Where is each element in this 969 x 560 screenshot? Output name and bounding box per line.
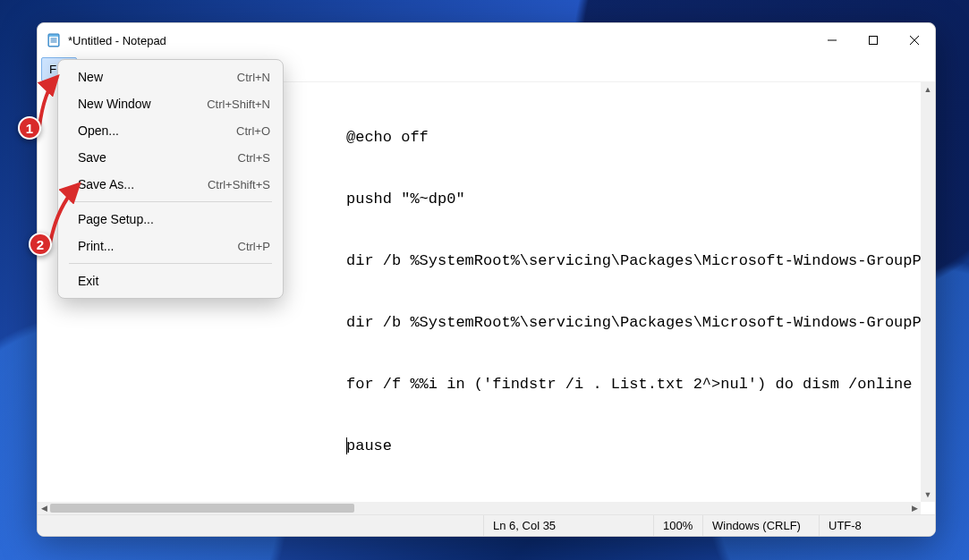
menu-item-save-as[interactable]: Save As... Ctrl+Shift+S xyxy=(58,171,283,198)
minimize-button[interactable] xyxy=(812,23,853,57)
editor-line: for /f %%i in ('findstr /i . List.txt 2^… xyxy=(346,374,921,395)
menu-item-shortcut: Ctrl+N xyxy=(237,71,270,84)
scroll-right-icon[interactable]: ▶ xyxy=(908,502,921,514)
menu-item-label: Exit xyxy=(78,274,270,288)
editor-line: pushd "%~dp0" xyxy=(346,189,921,209)
menu-item-label: Save xyxy=(78,150,238,165)
menu-item-shortcut: Ctrl+O xyxy=(236,124,270,138)
editor-line: dir /b %SystemRoot%\servicing\Packages\M… xyxy=(346,250,921,271)
menu-separator xyxy=(69,263,272,264)
menu-item-exit[interactable]: Exit xyxy=(58,267,283,294)
horizontal-scrollbar[interactable]: ◀ ▶ xyxy=(38,502,921,514)
vertical-scrollbar[interactable]: ▲ ▼ xyxy=(921,82,935,502)
menu-item-new[interactable]: New Ctrl+N xyxy=(58,64,283,90)
statusbar: Ln 6, Col 35 100% Windows (CRLF) UTF-8 xyxy=(38,514,935,536)
file-dropdown-menu: New Ctrl+N New Window Ctrl+Shift+N Open.… xyxy=(57,59,284,299)
menu-item-label: Print... xyxy=(78,239,238,253)
status-caret-pos: Ln 6, Col 35 xyxy=(483,515,653,536)
scroll-thumb[interactable] xyxy=(50,504,354,513)
editor-line: pause xyxy=(346,436,921,456)
maximize-button[interactable] xyxy=(853,23,894,57)
menu-separator xyxy=(69,201,272,202)
editor-line: dir /b %SystemRoot%\servicing\Packages\M… xyxy=(346,312,921,333)
menu-item-shortcut: Ctrl+P xyxy=(238,240,270,253)
svg-rect-6 xyxy=(870,37,878,45)
annotation-callout-2: 2 xyxy=(29,233,52,256)
menu-item-label: Page Setup... xyxy=(78,212,270,226)
menu-item-shortcut: Ctrl+Shift+N xyxy=(207,98,270,111)
close-button[interactable] xyxy=(894,23,935,57)
status-zoom: 100% xyxy=(653,515,702,536)
text-caret xyxy=(346,437,347,454)
window-title: *Untitled - Notepad xyxy=(68,34,166,47)
scroll-up-icon[interactable]: ▲ xyxy=(921,82,935,97)
menu-item-shortcut: Ctrl+Shift+S xyxy=(208,178,270,191)
status-spacer xyxy=(38,515,483,536)
menu-item-label: Save As... xyxy=(78,177,208,191)
annotation-callout-1: 1 xyxy=(18,116,41,140)
titlebar[interactable]: *Untitled - Notepad xyxy=(38,23,935,57)
menu-item-label: New xyxy=(78,70,237,84)
menu-item-open[interactable]: Open... Ctrl+O xyxy=(58,117,283,144)
notepad-icon xyxy=(47,33,61,47)
menu-item-label: New Window xyxy=(78,97,207,111)
menu-item-label: Open... xyxy=(78,123,236,138)
menu-item-new-window[interactable]: New Window Ctrl+Shift+N xyxy=(58,90,283,117)
scroll-down-icon[interactable]: ▼ xyxy=(921,488,935,502)
menu-item-shortcut: Ctrl+S xyxy=(238,151,270,165)
status-encoding: UTF-8 xyxy=(819,515,935,536)
menu-item-print[interactable]: Print... Ctrl+P xyxy=(58,233,283,259)
scroll-left-icon[interactable]: ◀ xyxy=(38,502,50,514)
status-line-ending: Windows (CRLF) xyxy=(702,515,819,536)
menu-item-page-setup[interactable]: Page Setup... xyxy=(58,206,283,233)
editor-line: @echo off xyxy=(346,127,921,148)
window-controls xyxy=(812,23,935,57)
menu-item-save[interactable]: Save Ctrl+S xyxy=(58,144,283,171)
